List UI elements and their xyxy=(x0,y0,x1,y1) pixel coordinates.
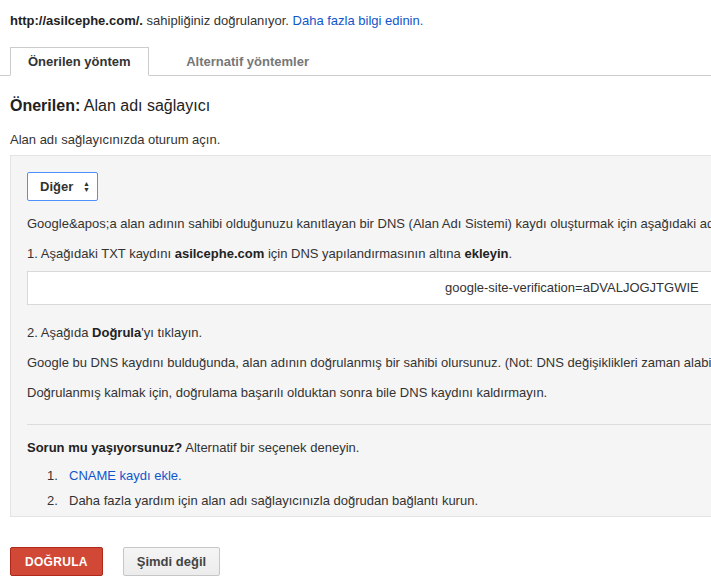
step1-instruction: 1. Aşağıdaki TXT kaydını asilcephe.com i… xyxy=(27,246,711,261)
keep-record-text: Doğrulanmış kalmak için, doğrulama başar… xyxy=(27,385,711,400)
step2-instruction: 2. Aşağıda Doğrula'yı tıklayın. xyxy=(27,325,711,340)
not-now-button[interactable]: Şimdi değil xyxy=(123,547,220,576)
signin-instruction: Alan adı sağlayıcınızda oturum açın. xyxy=(10,132,711,147)
panel-divider xyxy=(27,424,711,425)
step1-action: ekleyin xyxy=(464,246,508,261)
step1-domain: asilcephe.com xyxy=(175,246,265,261)
list-item-contact-provider: Daha fazla yardım için alan adı sağlayıc… xyxy=(47,493,711,509)
recommended-method-name: Alan adı sağlayıcı xyxy=(84,97,210,114)
dns-intro-text: Google&apos;a alan adının sahibi olduğun… xyxy=(27,216,711,231)
trouble-suggestion: Alternatif bir seçenek deneyin. xyxy=(182,440,359,455)
trouble-line: Sorun mu yaşıyorsunuz? Alternatif bir se… xyxy=(27,440,711,455)
tab-alternative-methods[interactable]: Alternatif yöntemler xyxy=(168,47,327,76)
verifying-text: sahipliğiniz doğrulanıyor. xyxy=(147,13,289,28)
dropdown-spinner-icon: ▲ ▼ xyxy=(83,181,90,193)
dns-instructions-panel: Diğer ▲ ▼ Google&apos;a alan adının sahi… xyxy=(10,155,711,517)
tab-recommended-method[interactable]: Önerilen yöntem xyxy=(10,47,149,76)
cname-record-link[interactable]: CNAME kaydı ekle. xyxy=(69,468,182,483)
footer-actions: DOĞRULA Şimdi değil xyxy=(10,547,220,576)
site-url: http://asilcephe.com/. xyxy=(10,13,143,28)
provider-dropdown-value: Diğer xyxy=(40,179,73,194)
method-tabbar: Önerilen yöntem Alternatif yöntemler xyxy=(0,47,711,76)
learn-more-link[interactable]: Daha fazla bilgi edinin. xyxy=(293,13,424,28)
txt-record-field[interactable]: google-site-verification=aDVALJOGJTGWIE xyxy=(27,271,711,305)
verification-status-line: http://asilcephe.com/. sahipliğiniz doğr… xyxy=(0,0,711,30)
alternative-options-list: CNAME kaydı ekle. Daha fazla yardım için… xyxy=(47,468,711,509)
txt-record-value: google-site-verification=aDVALJOGJTGWIE xyxy=(445,272,699,304)
list-item-cname: CNAME kaydı ekle. xyxy=(47,468,711,484)
trouble-question: Sorun mu yaşıyorsunuz? xyxy=(27,440,182,455)
recommended-method-heading: Önerilen: Alan adı sağlayıcı xyxy=(10,97,711,115)
step2-button-name: Doğrula xyxy=(92,325,141,340)
provider-dropdown[interactable]: Diğer ▲ ▼ xyxy=(27,172,98,201)
verify-button[interactable]: DOĞRULA xyxy=(10,547,103,576)
dns-note-text: Google bu DNS kaydını bulduğunda, alan a… xyxy=(27,355,711,370)
recommended-label: Önerilen: xyxy=(10,97,80,114)
contact-provider-text: Daha fazla yardım için alan adı sağlayıc… xyxy=(69,493,478,508)
